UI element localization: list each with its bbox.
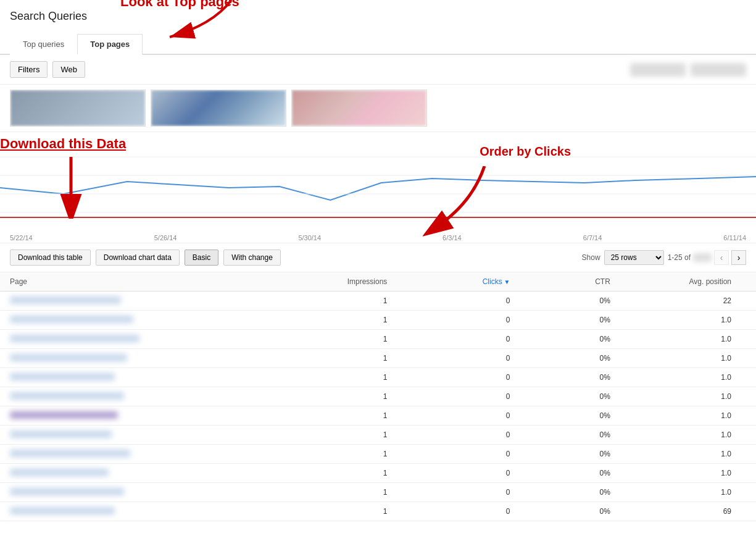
cell-avg-position: 1.0 [647,311,756,330]
x-label-5: 6/7/14 [583,234,602,241]
cell-page [0,330,296,349]
blurred-metric-1 [630,63,686,77]
cell-page [0,445,296,464]
cell-ctr: 0% [559,445,647,464]
table-row: 1 0 0% 1.0 [0,311,756,330]
cell-page [0,406,296,426]
cell-ctr: 0% [559,483,647,502]
table-row: 1 0 0% 1.0 [0,387,756,406]
total-count-blurred [693,253,712,262]
col-header-avg-position[interactable]: Avg. position [647,272,756,292]
table-row: 1 0 0% 1.0 [0,406,756,426]
table-row: 1 0 0% 1.0 [0,464,756,483]
cell-page [0,349,296,368]
table-row: 1 0 0% 1.0 [0,368,756,387]
page-title: Search Queries [10,10,746,23]
table-controls: Download this table Download chart data … [0,243,756,272]
table-row: 1 0 0% 69 [0,502,756,521]
cell-avg-position: 1.0 [647,406,756,426]
rows-select[interactable]: 25 rows 50 rows 100 rows [604,250,664,265]
cell-avg-position: 1.0 [647,445,756,464]
cell-ctr: 0% [559,464,647,483]
thumbnail-2[interactable] [151,90,286,127]
cell-clicks: 0 [436,387,559,406]
table-row: 1 0 0% 1.0 [0,445,756,464]
col-header-clicks[interactable]: Clicks [436,272,559,292]
cell-page [0,368,296,387]
thumbnail-3[interactable] [291,90,427,127]
table-row: 1 0 0% 22 [0,292,756,311]
cell-impressions: 1 [296,387,436,406]
cell-impressions: 1 [296,349,436,368]
thumbnail-1[interactable] [10,90,146,127]
cell-impressions: 1 [296,483,436,502]
table-row: 1 0 0% 1.0 [0,483,756,502]
cell-avg-position: 1.0 [647,349,756,368]
cell-clicks: 0 [436,426,559,445]
cell-avg-position: 1.0 [647,330,756,349]
cell-page [0,464,296,483]
col-header-page[interactable]: Page [0,272,296,292]
chart-section: Download this Data Order by Clicks [0,132,756,243]
cell-clicks: 0 [436,330,559,349]
cell-clicks: 0 [436,349,559,368]
cell-ctr: 0% [559,330,647,349]
data-table: Page Impressions Clicks CTR Avg. positio… [0,272,756,521]
blurred-metric-2 [691,63,746,77]
cell-ctr: 0% [559,502,647,521]
cell-ctr: 0% [559,311,647,330]
prev-page-button[interactable]: ‹ [714,250,729,265]
cell-ctr: 0% [559,426,647,445]
table-row: 1 0 0% 1.0 [0,426,756,445]
cell-page [0,426,296,445]
with-change-button[interactable]: With change [223,250,281,266]
tab-top-pages[interactable]: Top pages [77,34,143,55]
web-button[interactable]: Web [52,61,85,78]
x-label-2: 5/26/14 [154,234,177,241]
cell-impressions: 1 [296,426,436,445]
cell-avg-position: 22 [647,292,756,311]
show-label: Show [582,253,600,262]
cell-ctr: 0% [559,292,647,311]
basic-button[interactable]: Basic [185,250,218,266]
cell-clicks: 0 [436,292,559,311]
cell-impressions: 1 [296,502,436,521]
annotation-order-clicks: Order by Clicks [480,145,571,159]
filters-button[interactable]: Filters [10,61,48,78]
cell-avg-position: 1.0 [647,483,756,502]
col-header-impressions[interactable]: Impressions [296,272,436,292]
cell-ctr: 0% [559,406,647,426]
cell-avg-position: 69 [647,502,756,521]
download-chart-button[interactable]: Download chart data [96,250,180,266]
cell-clicks: 0 [436,368,559,387]
cell-impressions: 1 [296,464,436,483]
cell-avg-position: 1.0 [647,368,756,387]
cell-ctr: 0% [559,387,647,406]
x-label-6: 6/11/14 [723,234,746,241]
tab-top-queries[interactable]: Top queries [10,34,77,55]
x-label-4: 6/3/14 [442,234,462,241]
cell-ctr: 0% [559,349,647,368]
cell-ctr: 0% [559,368,647,387]
cell-avg-position: 1.0 [647,387,756,406]
cell-impressions: 1 [296,292,436,311]
col-header-ctr[interactable]: CTR [559,272,647,292]
table-row: 1 0 0% 1.0 [0,330,756,349]
cell-page [0,483,296,502]
cell-clicks: 0 [436,445,559,464]
x-label-1: 5/22/14 [10,234,33,241]
chart-thumbnails [0,85,756,132]
cell-impressions: 1 [296,445,436,464]
cell-impressions: 1 [296,368,436,387]
cell-clicks: 0 [436,406,559,426]
download-table-button[interactable]: Download this table [10,250,91,266]
cell-clicks: 0 [436,502,559,521]
cell-clicks: 0 [436,464,559,483]
cell-clicks: 0 [436,483,559,502]
x-label-3: 5/30/14 [298,234,321,241]
next-page-button[interactable]: › [731,250,746,265]
toolbar: Filters Web [0,55,756,85]
cell-page [0,502,296,521]
cell-page [0,387,296,406]
cell-impressions: 1 [296,330,436,349]
